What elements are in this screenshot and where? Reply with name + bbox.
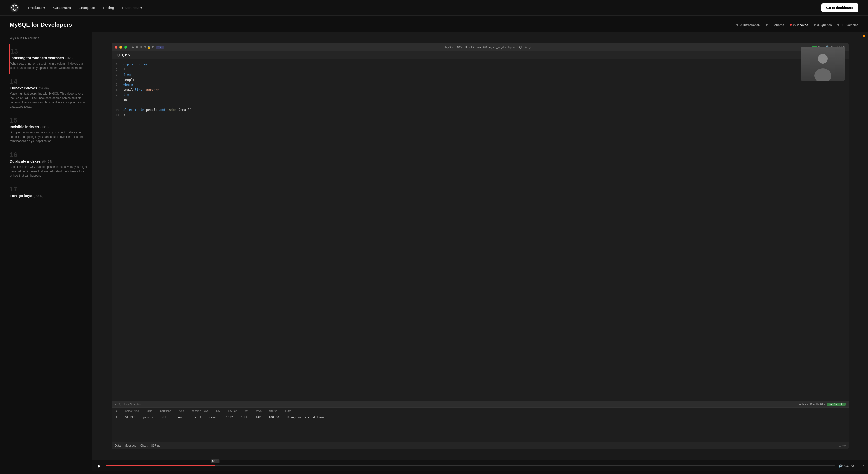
progress-bar[interactable]: 02:05 bbox=[106, 465, 835, 466]
lesson-duration: (09:49) bbox=[39, 87, 49, 90]
lesson-duration: (06:33) bbox=[65, 56, 75, 60]
lesson-duration: (04:25) bbox=[42, 160, 52, 163]
nav-products[interactable]: Products ▾ bbox=[28, 6, 45, 10]
results-column-header: key_len bbox=[228, 409, 238, 412]
lesson-number: 16 bbox=[10, 151, 87, 158]
lesson-title: Invisible indexes(03:02) bbox=[10, 125, 87, 129]
row-count: 1 row bbox=[839, 444, 846, 447]
code-content: 10; bbox=[123, 98, 129, 103]
nav-pricing[interactable]: Pricing bbox=[103, 6, 114, 10]
nav-customers[interactable]: Customers bbox=[53, 6, 71, 10]
code-content: from bbox=[123, 72, 131, 77]
ide-tab-bar: SQL Query json_c bbox=[112, 52, 848, 59]
line-number: 1 bbox=[116, 62, 119, 67]
course-nav-queries[interactable]: 3. Queries bbox=[814, 23, 832, 27]
sidebar: keys in JSON columns. 13 Indexing for wi… bbox=[0, 32, 92, 471]
code-editor[interactable]: 1explain select2 *3from4 people5where6 e… bbox=[112, 59, 848, 402]
theater-icon[interactable]: ⊡ bbox=[856, 464, 859, 468]
lesson-title: Fulltext indexes(09:49) bbox=[10, 86, 87, 90]
code-line: 1explain select bbox=[116, 62, 845, 67]
results-tab[interactable]: Chart bbox=[140, 444, 147, 447]
run-current-button[interactable]: Run Current ▾ bbox=[827, 403, 846, 406]
code-content: alter table people add index (email) bbox=[123, 107, 192, 112]
ide-titlebar: ▶ ⏹ 👁 ⊞ 🔒 ⊟ SQL MySQL 8.0.27 : TLSv1.2 :… bbox=[112, 43, 848, 52]
line-number: 7 bbox=[116, 93, 119, 98]
results-tab[interactable]: Data bbox=[115, 444, 121, 447]
fullscreen-icon[interactable]: ⤢ bbox=[861, 464, 864, 468]
lesson-item[interactable]: 14 Fulltext indexes(09:49) Master full-t… bbox=[10, 74, 92, 113]
play-button[interactable]: ▶ bbox=[96, 462, 103, 469]
course-nav-schema[interactable]: 1. Schema bbox=[766, 23, 784, 27]
course-nav-introduction[interactable]: 0. Introduction bbox=[737, 23, 760, 27]
chevron-down-icon: ▾ bbox=[140, 6, 142, 10]
dashboard-button[interactable]: Go to dashboard bbox=[822, 3, 858, 12]
code-content: limit bbox=[123, 93, 133, 98]
code-content: explain select bbox=[123, 62, 150, 67]
results-tab[interactable]: Message bbox=[125, 444, 136, 447]
results-column-header: select_type bbox=[125, 409, 139, 412]
logo[interactable] bbox=[10, 3, 20, 12]
code-line: 10alter table people add index (email) bbox=[116, 107, 845, 112]
results-column-header: partitions bbox=[160, 409, 171, 412]
nav-resources[interactable]: Resources ▾ bbox=[122, 6, 142, 10]
results-column-header: type bbox=[179, 409, 184, 412]
results-column-header: id bbox=[116, 409, 118, 412]
code-content: people bbox=[123, 77, 135, 82]
ide-content: 1explain select2 *3from4 people5where6 e… bbox=[112, 59, 848, 402]
minimize-button[interactable] bbox=[119, 45, 122, 48]
captions-icon[interactable]: CC bbox=[844, 464, 849, 468]
lesson-item[interactable]: 15 Invisible indexes(03:02) Dropping an … bbox=[10, 113, 92, 147]
no-limit-dropdown[interactable]: No limit ▾ bbox=[798, 403, 808, 406]
sql-query-tab[interactable]: SQL Query bbox=[116, 54, 130, 58]
code-line: 3from bbox=[116, 72, 845, 77]
maximize-button[interactable] bbox=[124, 45, 127, 48]
results-column-header: rows bbox=[256, 409, 261, 412]
lessons-list: 13 Indexing for wildcard searches(06:33)… bbox=[10, 44, 92, 203]
code-content: where bbox=[123, 82, 133, 87]
lesson-desc: Dropping an index can be a scary prospec… bbox=[10, 130, 87, 143]
nav-enterprise[interactable]: Enterprise bbox=[79, 6, 95, 10]
time-tooltip: 02:05 bbox=[211, 460, 219, 463]
line-number: 6 bbox=[116, 87, 119, 93]
ide-status-bar: line 1, column 9, location 8 No limit ▾ … bbox=[112, 402, 848, 407]
code-line: 5where bbox=[116, 82, 845, 87]
lesson-item[interactable]: 13 Indexing for wildcard searches(06:33)… bbox=[9, 44, 92, 74]
lesson-desc: When searching for a substring in a colu… bbox=[10, 61, 87, 70]
close-button[interactable] bbox=[115, 45, 118, 48]
lesson-title: Duplicate indexes(04:25) bbox=[10, 159, 87, 163]
results-column-header: key bbox=[216, 409, 220, 412]
person-silhouette bbox=[801, 59, 845, 80]
lesson-desc: Master full-text searching with MySQL. T… bbox=[10, 92, 87, 109]
bottom-bar: 213 Indexing for wildcard searches Want … bbox=[0, 471, 868, 474]
results-row: 1SIMPLEpeopleNULLrangeemailemail1022NULL… bbox=[112, 414, 848, 420]
results-cell: NULL bbox=[162, 415, 169, 419]
page-title: MySQL for Developers bbox=[10, 21, 72, 28]
course-nav-indexes[interactable]: 2. Indexes bbox=[790, 23, 808, 27]
lesson-item[interactable]: 16 Duplicate indexes(04:25) Because of t… bbox=[10, 147, 92, 182]
svg-point-3 bbox=[814, 68, 831, 80]
settings-icon[interactable]: ⚙ bbox=[851, 464, 855, 468]
course-nav-label: 2. Indexes bbox=[793, 23, 808, 27]
line-number: 3 bbox=[116, 72, 119, 77]
cursor-position: line 1, column 9, location 8 bbox=[115, 403, 143, 406]
volume-icon[interactable]: 🔊 bbox=[838, 464, 842, 468]
beautify-button[interactable]: Beautify ⌘I ▾ bbox=[810, 403, 825, 406]
course-nav-examples[interactable]: 4. Examples bbox=[837, 23, 858, 27]
course-navigation: 0. Introduction1. Schema2. Indexes3. Que… bbox=[737, 23, 858, 27]
code-line: 6 email like 'aaron%' bbox=[116, 87, 845, 93]
lesson-title: Indexing for wildcard searches(06:33) bbox=[10, 56, 87, 60]
results-tab[interactable]: 897 μs bbox=[151, 444, 160, 447]
results-cell: range bbox=[177, 415, 185, 419]
line-number: 5 bbox=[116, 82, 119, 87]
chevron-down-icon: ▾ bbox=[43, 6, 45, 10]
results-cell: 1 bbox=[116, 415, 117, 419]
results-column-header: ref bbox=[245, 409, 248, 412]
course-nav-label: 0. Introduction bbox=[740, 23, 760, 27]
lesson-duration: (00:43) bbox=[34, 194, 44, 198]
code-content: * bbox=[123, 67, 125, 72]
svg-point-2 bbox=[818, 59, 828, 64]
results-column-header: filtered bbox=[270, 409, 277, 412]
line-number: 11 bbox=[116, 112, 119, 117]
lesson-item[interactable]: 17 Foreign keys(00:43) bbox=[10, 182, 92, 203]
results-column-header: table bbox=[147, 409, 152, 412]
